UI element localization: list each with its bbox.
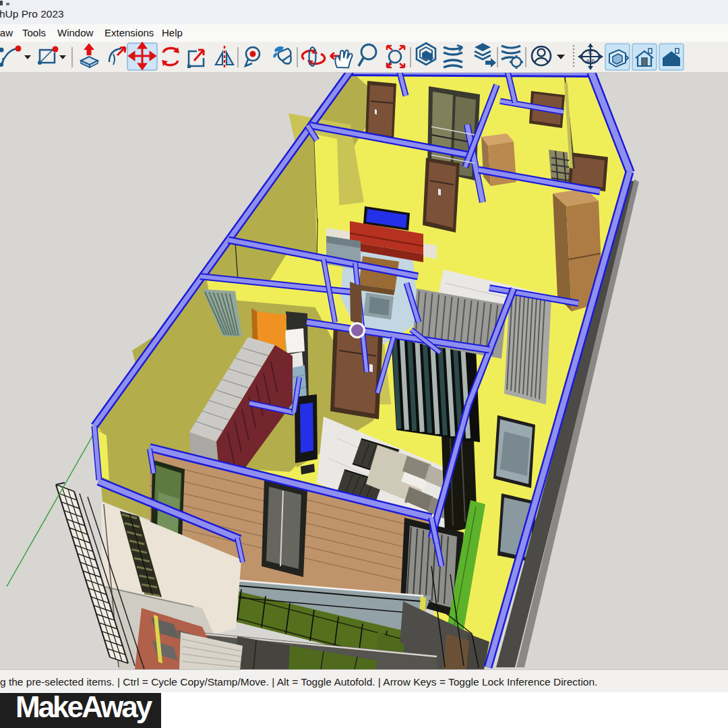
svg-text:C: C [588,49,593,56]
svg-text:A-B: A-B [586,58,595,64]
